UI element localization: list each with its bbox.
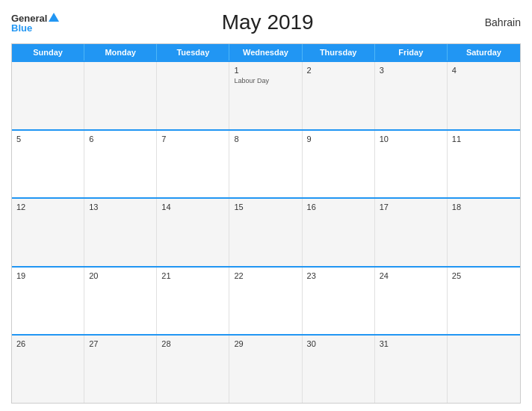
day-number: 20 bbox=[89, 271, 152, 280]
calendar-cell: 17 bbox=[375, 199, 448, 266]
calendar-body: 1Labour Day23456789101112131415161718192… bbox=[12, 61, 520, 403]
logo-triangle-icon bbox=[49, 13, 59, 22]
calendar-cell: 10 bbox=[375, 131, 448, 198]
calendar-cell: 20 bbox=[84, 268, 157, 335]
calendar-week-2: 567891011 bbox=[12, 129, 520, 198]
day-number: 6 bbox=[89, 135, 152, 143]
day-number: 28 bbox=[161, 339, 224, 348]
month-title: May 2019 bbox=[59, 10, 476, 34]
calendar-cell bbox=[448, 336, 520, 403]
day-number: 31 bbox=[380, 339, 442, 348]
calendar-cell: 15 bbox=[229, 199, 302, 266]
day-number: 25 bbox=[452, 271, 516, 280]
calendar-week-5: 262728293031 bbox=[12, 334, 520, 403]
day-number: 16 bbox=[307, 203, 370, 211]
day-number: 23 bbox=[307, 271, 370, 280]
day-number: 4 bbox=[452, 66, 516, 75]
calendar-cell: 25 bbox=[448, 268, 520, 335]
calendar-cell: 29 bbox=[229, 336, 302, 403]
day-number: 26 bbox=[16, 339, 79, 348]
header: General Blue May 2019 Bahrain bbox=[11, 7, 521, 37]
calendar-cell: 18 bbox=[448, 199, 520, 266]
day-number: 27 bbox=[89, 339, 152, 348]
day-number: 15 bbox=[234, 203, 297, 211]
calendar-cell: 12 bbox=[12, 199, 84, 266]
col-tuesday: Tuesday bbox=[157, 44, 229, 61]
calendar-cell: 26 bbox=[12, 336, 84, 403]
calendar-cell: 8 bbox=[229, 131, 302, 198]
calendar-cell: 2 bbox=[303, 62, 375, 129]
col-sunday: Sunday bbox=[12, 44, 84, 61]
calendar-cell: 5 bbox=[12, 131, 84, 198]
col-thursday: Thursday bbox=[303, 44, 375, 61]
calendar-cell: 28 bbox=[157, 336, 229, 403]
calendar-cell: 16 bbox=[303, 199, 375, 266]
calendar-cell: 13 bbox=[84, 199, 157, 266]
calendar-cell: 19 bbox=[12, 268, 84, 335]
day-number: 22 bbox=[234, 271, 297, 280]
day-number: 5 bbox=[16, 135, 79, 143]
col-saturday: Saturday bbox=[448, 44, 520, 61]
calendar-cell: 11 bbox=[448, 131, 520, 198]
calendar-cell: 4 bbox=[448, 62, 520, 129]
day-number: 1 bbox=[234, 66, 297, 75]
logo-text: General Blue bbox=[11, 13, 59, 33]
day-number: 13 bbox=[89, 203, 152, 211]
day-number: 7 bbox=[161, 135, 224, 143]
calendar-header: Sunday Monday Tuesday Wednesday Thursday… bbox=[12, 44, 520, 61]
country-label: Bahrain bbox=[476, 16, 521, 28]
logo: General Blue bbox=[11, 13, 59, 33]
day-number: 2 bbox=[307, 66, 370, 75]
day-number: 29 bbox=[234, 339, 297, 348]
day-number: 21 bbox=[161, 271, 224, 280]
calendar-cell: 21 bbox=[157, 268, 229, 335]
day-number: 17 bbox=[380, 203, 442, 211]
calendar-cell: 24 bbox=[375, 268, 448, 335]
day-number: 18 bbox=[452, 203, 516, 211]
col-monday: Monday bbox=[84, 44, 157, 61]
day-number: 30 bbox=[307, 339, 370, 348]
logo-row1: General bbox=[11, 13, 59, 23]
col-friday: Friday bbox=[375, 44, 448, 61]
day-number: 11 bbox=[452, 135, 516, 143]
day-number: 8 bbox=[234, 135, 297, 143]
calendar-cell: 30 bbox=[303, 336, 375, 403]
calendar-cell: 6 bbox=[84, 131, 157, 198]
day-number: 19 bbox=[16, 271, 79, 280]
calendar-cell: 7 bbox=[157, 131, 229, 198]
calendar-week-4: 19202122232425 bbox=[12, 266, 520, 335]
logo-blue-text: Blue bbox=[11, 23, 32, 33]
calendar-cell: 3 bbox=[375, 62, 448, 129]
calendar-cell: 31 bbox=[375, 336, 448, 403]
calendar-cell bbox=[84, 62, 157, 129]
col-wednesday: Wednesday bbox=[229, 44, 302, 61]
logo-general-text: General bbox=[11, 13, 47, 23]
calendar: Sunday Monday Tuesday Wednesday Thursday… bbox=[11, 43, 521, 404]
calendar-cell: 9 bbox=[303, 131, 375, 198]
calendar-cell bbox=[157, 62, 229, 129]
day-event: Labour Day bbox=[234, 77, 297, 84]
calendar-cell: 23 bbox=[303, 268, 375, 335]
calendar-cell: 14 bbox=[157, 199, 229, 266]
calendar-cell: 22 bbox=[229, 268, 302, 335]
day-number: 24 bbox=[380, 271, 442, 280]
day-number: 9 bbox=[307, 135, 370, 143]
calendar-page: General Blue May 2019 Bahrain Sunday Mon… bbox=[0, 0, 532, 411]
day-number: 14 bbox=[161, 203, 224, 211]
calendar-week-3: 12131415161718 bbox=[12, 197, 520, 266]
day-number: 3 bbox=[380, 66, 442, 75]
calendar-cell bbox=[12, 62, 84, 129]
calendar-week-1: 1Labour Day234 bbox=[12, 61, 520, 129]
day-number: 12 bbox=[16, 203, 79, 211]
calendar-cell: 1Labour Day bbox=[229, 62, 302, 129]
day-number: 10 bbox=[380, 135, 442, 143]
calendar-cell: 27 bbox=[84, 336, 157, 403]
